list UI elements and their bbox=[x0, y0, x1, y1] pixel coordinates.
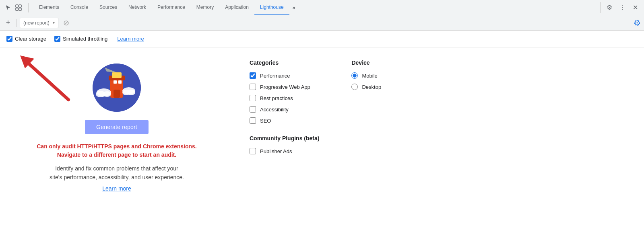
cancel-report-icon[interactable]: ⊘ bbox=[62, 18, 71, 28]
cursor-tool-icon[interactable] bbox=[3, 3, 13, 12]
svg-rect-3 bbox=[19, 8, 21, 10]
svg-rect-2 bbox=[16, 8, 18, 10]
category-performance-label: Performance bbox=[260, 73, 290, 79]
category-accessibility-row[interactable]: Accessibility bbox=[250, 106, 319, 113]
device-desktop-row[interactable]: Desktop bbox=[351, 84, 381, 90]
lighthouse-settings-icon[interactable]: ⚙ bbox=[634, 18, 641, 28]
clear-storage-checkbox[interactable] bbox=[6, 36, 12, 42]
tab-sources[interactable]: Sources bbox=[94, 0, 123, 15]
categories-section: Categories Performance Progressive Web A… bbox=[250, 59, 319, 232]
simulated-throttling-checkbox[interactable] bbox=[54, 36, 60, 42]
community-publisher-ads-checkbox[interactable] bbox=[250, 148, 256, 154]
simulated-throttling-option[interactable]: Simulated throttling bbox=[54, 36, 107, 42]
second-toolbar: + (new report) ▾ ⊘ ⚙ bbox=[0, 15, 644, 31]
tab-elements[interactable]: Elements bbox=[33, 0, 65, 15]
arrow-annotation bbox=[12, 51, 76, 104]
svg-point-15 bbox=[103, 91, 111, 97]
device-mobile-label: Mobile bbox=[362, 73, 377, 79]
category-seo-checkbox[interactable] bbox=[250, 117, 256, 124]
nav-right-icons: ⚙ ⋮ ✕ bbox=[600, 2, 641, 13]
category-seo-label: SEO bbox=[260, 118, 271, 124]
svg-rect-0 bbox=[16, 5, 18, 7]
svg-rect-11 bbox=[114, 80, 117, 84]
devtools-close-icon[interactable]: ✕ bbox=[630, 2, 641, 13]
toolbar-divider bbox=[16, 19, 17, 27]
throttling-learn-more-link[interactable]: Learn more bbox=[117, 36, 144, 42]
more-tabs-button[interactable]: » bbox=[289, 0, 299, 15]
devtools-settings-icon[interactable]: ⚙ bbox=[604, 2, 615, 13]
community-publisher-ads-row[interactable]: Publisher Ads bbox=[250, 148, 319, 154]
tab-application[interactable]: Application bbox=[219, 0, 254, 15]
tab-memory[interactable]: Memory bbox=[191, 0, 219, 15]
inspector-tool-icon[interactable] bbox=[14, 3, 23, 12]
svg-line-4 bbox=[24, 59, 68, 100]
community-section: Community Plugins (beta) Publisher Ads bbox=[250, 135, 319, 154]
tab-performance[interactable]: Performance bbox=[152, 0, 191, 15]
device-mobile-row[interactable]: Mobile bbox=[351, 72, 381, 79]
clear-storage-option[interactable]: Clear storage bbox=[6, 36, 46, 42]
category-accessibility-label: Accessibility bbox=[260, 107, 289, 113]
svg-rect-1 bbox=[19, 5, 21, 7]
nav-tabs: Elements Console Sources Network Perform… bbox=[33, 0, 600, 15]
category-accessibility-checkbox[interactable] bbox=[250, 106, 256, 113]
category-pwa-row[interactable]: Progressive Web App bbox=[250, 84, 319, 90]
left-panel: Generate report Can only audit HTTP/HTTP… bbox=[0, 47, 233, 244]
device-desktop-label: Desktop bbox=[362, 84, 381, 90]
category-best-practices-label: Best practices bbox=[260, 95, 293, 101]
main-content: Generate report Can only audit HTTP/HTTP… bbox=[0, 47, 644, 244]
tab-network[interactable]: Network bbox=[123, 0, 152, 15]
options-bar: Clear storage Simulated throttling Learn… bbox=[0, 31, 644, 47]
device-desktop-radio[interactable] bbox=[351, 84, 358, 90]
main-learn-more-link[interactable]: Learn more bbox=[102, 185, 131, 192]
device-title: Device bbox=[351, 59, 381, 66]
category-best-practices-checkbox[interactable] bbox=[250, 95, 256, 101]
device-mobile-radio[interactable] bbox=[351, 72, 358, 79]
report-selector[interactable]: (new report) ▾ bbox=[20, 18, 58, 28]
top-nav-bar: Elements Console Sources Network Perform… bbox=[0, 0, 644, 15]
category-seo-row[interactable]: SEO bbox=[250, 117, 319, 124]
svg-rect-12 bbox=[118, 80, 122, 84]
tab-lighthouse[interactable]: Lighthouse bbox=[254, 0, 289, 15]
community-publisher-ads-label: Publisher Ads bbox=[260, 148, 292, 154]
devtools-more-icon[interactable]: ⋮ bbox=[617, 2, 628, 13]
generate-report-button[interactable]: Generate report bbox=[85, 120, 149, 134]
svg-point-18 bbox=[127, 90, 135, 95]
category-pwa-checkbox[interactable] bbox=[250, 84, 256, 90]
category-performance-checkbox[interactable] bbox=[250, 72, 256, 79]
svg-rect-9 bbox=[112, 72, 122, 78]
device-section: Device Mobile Desktop bbox=[351, 59, 381, 232]
categories-title: Categories bbox=[250, 59, 319, 66]
category-best-practices-row[interactable]: Best practices bbox=[250, 95, 319, 101]
category-pwa-label: Progressive Web App bbox=[260, 84, 310, 90]
add-report-icon[interactable]: + bbox=[3, 18, 13, 28]
lighthouse-logo bbox=[93, 64, 141, 112]
description-text: Identify and fix common problems that af… bbox=[50, 164, 184, 182]
svg-rect-10 bbox=[114, 90, 120, 98]
right-panel: Categories Performance Progressive Web A… bbox=[233, 47, 644, 244]
community-title: Community Plugins (beta) bbox=[250, 135, 319, 141]
error-message: Can only audit HTTP/HTTPS pages and Chro… bbox=[37, 142, 197, 159]
category-performance-row[interactable]: Performance bbox=[250, 72, 319, 79]
tab-console[interactable]: Console bbox=[65, 0, 94, 15]
tool-icons bbox=[3, 3, 29, 12]
